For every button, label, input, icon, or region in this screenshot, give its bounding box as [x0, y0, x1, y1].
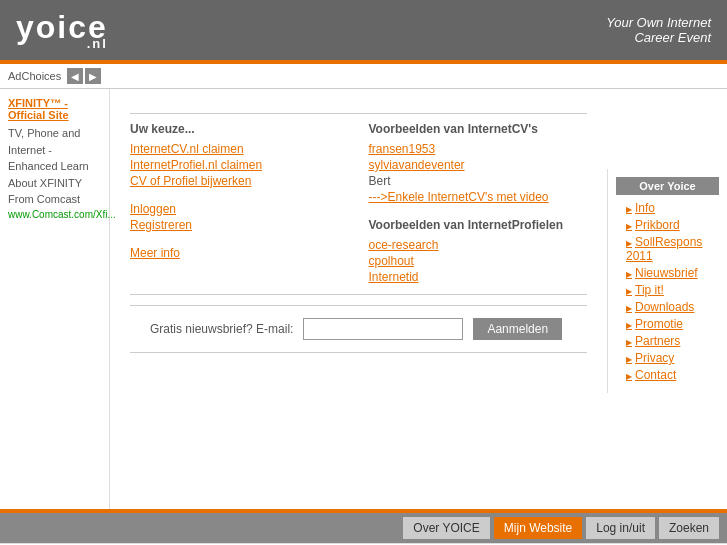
right-sidebar: Over Yoice Info Prikbord SollRespons 201…	[607, 169, 727, 393]
header: yoice.nl Your Own Internet Career Event	[0, 0, 727, 60]
bottom-nav-log-in-uit[interactable]: Log in/uit	[586, 517, 655, 539]
bottom-nav-mijn-website[interactable]: Mijn Website	[494, 517, 582, 539]
sidebar-link-promotie[interactable]: Promotie	[616, 317, 719, 331]
voorbeelden-profiel-section: Voorbeelden van InternetProfielen oce-re…	[369, 218, 588, 284]
profiel-example-2[interactable]: cpolhout	[369, 254, 588, 268]
newsletter-row: Gratis nieuwsbrief? E-mail: Aanmelden	[130, 305, 587, 353]
bottom-nav-over-yoice[interactable]: Over YOICE	[403, 517, 489, 539]
ad-body-text: TV, Phone and Internet - Enhanced Learn …	[8, 127, 89, 205]
ad-choices-row: AdChoices ◀ ▶	[0, 64, 727, 89]
cv-example-2[interactable]: sylviavandeventer	[369, 158, 588, 172]
sidebar-link-nieuwsbrief[interactable]: Nieuwsbrief	[616, 266, 719, 280]
bottom-divider	[130, 294, 587, 295]
ad-url-text: www.Comcast.com/Xfi...	[8, 209, 116, 220]
tagline: Your Own Internet Career Event	[606, 15, 711, 45]
sidebar-link-privacy[interactable]: Privacy	[616, 351, 719, 365]
voorbeelden-cv-title: Voorbeelden van InternetCV's	[369, 122, 588, 136]
right-column: Voorbeelden van InternetCV's fransen1953…	[369, 122, 588, 286]
cv-example-bert: Bert	[369, 174, 588, 188]
uw-keuze-title: Uw keuze...	[130, 122, 349, 136]
over-voice-header: Over Yoice	[616, 177, 719, 195]
ad-title-link[interactable]: XFINITY™ - Official Site	[8, 97, 101, 121]
left-sidebar-ad: XFINITY™ - Official Site TV, Phone and I…	[0, 89, 110, 509]
sidebar-link-partners[interactable]: Partners	[616, 334, 719, 348]
right-sidebar-wrapper: Over Yoice Info Prikbord SollRespons 201…	[607, 89, 727, 509]
cv-example-1[interactable]: fransen1953	[369, 142, 588, 156]
newsletter-aanmelden-button[interactable]: Aanmelden	[473, 318, 562, 340]
sidebar-link-downloads[interactable]: Downloads	[616, 300, 719, 314]
content-columns: Uw keuze... InternetCV.nl claimen Intern…	[130, 122, 587, 286]
link-meer-info[interactable]: Meer info	[130, 246, 349, 260]
sidebar-link-sollrespons[interactable]: SollRespons 2011	[616, 235, 719, 263]
meer-info-section: Meer info	[130, 246, 349, 260]
video-link[interactable]: --->Enkele InternetCV's met video	[369, 190, 588, 204]
profiel-example-3[interactable]: Internetid	[369, 270, 588, 284]
sidebar-link-contact[interactable]: Contact	[616, 368, 719, 382]
top-divider	[130, 113, 587, 114]
profiel-example-1[interactable]: oce-research	[369, 238, 588, 252]
bottom-nav-zoeken[interactable]: Zoeken	[659, 517, 719, 539]
link-registreren[interactable]: Registreren	[130, 218, 349, 232]
main-container: XFINITY™ - Official Site TV, Phone and I…	[0, 89, 727, 509]
link-cv-profiel-bijwerken[interactable]: CV of Profiel bijwerken	[130, 174, 349, 188]
ad-choices-label: AdChoices	[8, 70, 61, 82]
sidebar-link-tipit[interactable]: Tip it!	[616, 283, 719, 297]
link-internetprofiel-claimen[interactable]: InternetProfiel.nl claimen	[130, 158, 349, 172]
bottom-nav: Over YOICE Mijn Website Log in/uit Zoeke…	[0, 513, 727, 543]
left-column: Uw keuze... InternetCV.nl claimen Intern…	[130, 122, 349, 286]
link-internetcv-claimen[interactable]: InternetCV.nl claimen	[130, 142, 349, 156]
logo: yoice.nl	[16, 11, 108, 50]
ad-prev-button[interactable]: ◀	[67, 68, 83, 84]
sidebar-link-info[interactable]: Info	[616, 201, 719, 215]
sidebar-link-prikbord[interactable]: Prikbord	[616, 218, 719, 232]
ad-next-button[interactable]: ▶	[85, 68, 101, 84]
link-inloggen[interactable]: Inloggen	[130, 202, 349, 216]
login-section: Inloggen Registreren	[130, 202, 349, 232]
center-content: Uw keuze... InternetCV.nl claimen Intern…	[110, 89, 607, 509]
voorbeelden-profiel-title: Voorbeelden van InternetProfielen	[369, 218, 588, 232]
newsletter-email-input[interactable]	[303, 318, 463, 340]
newsletter-label: Gratis nieuwsbrief? E-mail:	[150, 322, 293, 336]
